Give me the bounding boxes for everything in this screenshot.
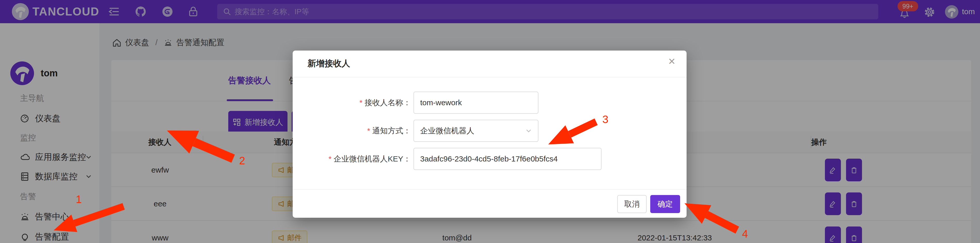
required-mark: * [360,98,363,107]
modal-header-divider [293,77,687,77]
cancel-button[interactable]: 取消 [617,195,647,213]
form-row-notify-method: *通知方式： 企业微信机器人 [293,120,687,142]
field-label: 企业微信机器人KEY： [334,154,411,164]
form-row-receiver-name: *接收人名称： [293,91,687,114]
close-icon[interactable]: × [668,55,675,67]
modal-title: 新增接收人 [308,58,350,69]
form-row-wework-key: *企业微信机器人KEY： [293,148,687,170]
wework-key-input[interactable] [414,148,601,170]
field-label: 通知方式： [372,126,411,136]
field-label: 接收人名称： [364,98,411,108]
add-receiver-modal: 新增接收人 × *接收人名称： *通知方式： 企业微信机器人 *企业微信机器人K… [293,51,687,218]
app-root: TANCLOUD 99+ tom tom 主导航 仪表盘 监控 应用服务监控 [0,0,980,243]
required-mark: * [328,155,332,163]
receiver-name-input[interactable] [414,91,538,114]
select-arrow-icon [525,127,532,134]
modal-footer-divider [293,189,687,190]
selected-option: 企业微信机器人 [420,126,474,136]
confirm-button[interactable]: 确定 [650,195,680,213]
required-mark: * [367,126,370,135]
notify-method-select[interactable]: 企业微信机器人 [414,120,538,142]
